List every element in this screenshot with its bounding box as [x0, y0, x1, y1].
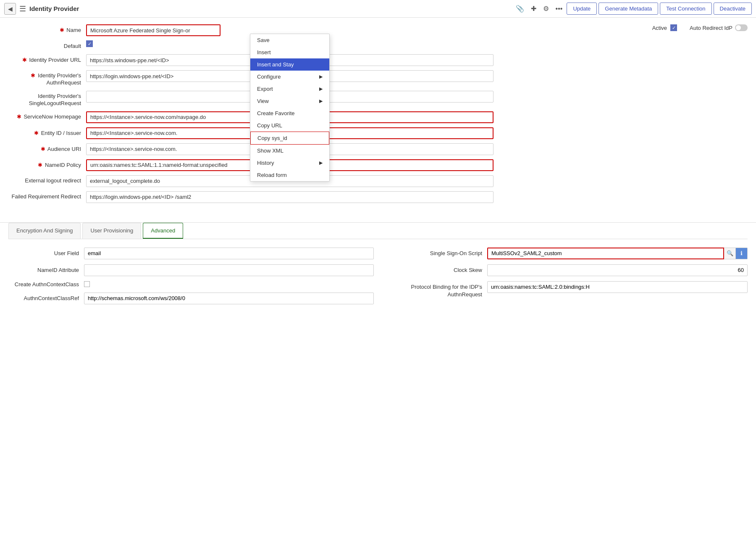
toolbar: ◀ ☰ Identity Provider 📎 ✚ ⚙ ••• Update G… — [0, 0, 756, 18]
sso-script-search-button[interactable]: 🔍 — [724, 248, 736, 259]
tab-encryption[interactable]: Encryption And Signing — [8, 223, 81, 239]
more-button[interactable]: ••• — [553, 3, 565, 14]
menu-reload-form[interactable]: Reload form — [250, 169, 329, 181]
auto-redirect-area: Auto Redirect IdP — [690, 24, 748, 31]
sso-script-label: Single Sign-On Script — [382, 248, 487, 257]
advanced-col-left: User Field NameID Attribute Create Authn… — [8, 248, 374, 309]
generate-metadata-button[interactable]: Generate Metadata — [598, 3, 658, 15]
menu-copy-url[interactable]: Copy URL — [250, 119, 329, 132]
failed-req-label: Failed Requirement Redirect — [8, 191, 86, 200]
plus-button[interactable]: ✚ — [528, 3, 539, 14]
menu-export[interactable]: Export ▶ — [250, 83, 329, 95]
menu-create-favorite[interactable]: Create Favorite — [250, 107, 329, 119]
active-area: Active ✓ — [652, 24, 681, 31]
history-arrow: ▶ — [319, 160, 323, 166]
auto-redirect-label: Auto Redirect IdP — [690, 25, 732, 31]
homepage-row: ✱ ServiceNow Homepage — [8, 111, 748, 123]
paperclip-icon: 📎 — [516, 5, 524, 12]
auto-redirect-toggle[interactable] — [735, 24, 748, 31]
audience-uri-row: ✱ Audience URI — [8, 143, 748, 155]
export-arrow: ▶ — [319, 86, 323, 92]
idp-authn-row: ✱ Identity Provider's AuthnRequest — [8, 70, 748, 87]
failed-req-input[interactable] — [86, 191, 494, 203]
nameid-attr-input[interactable] — [84, 264, 374, 276]
name-label: ✱ Name — [8, 24, 86, 34]
clock-skew-input[interactable] — [487, 264, 748, 276]
create-authn-checkbox[interactable] — [84, 281, 90, 287]
failed-req-row: Failed Requirement Redirect — [8, 191, 748, 203]
default-label: Default — [8, 40, 86, 50]
sso-script-input-group: 🔍 ℹ — [487, 248, 748, 259]
nameid-attr-label: NameID Attribute — [8, 267, 84, 273]
plus-icon: ✚ — [531, 5, 536, 12]
configure-arrow: ▶ — [319, 74, 323, 79]
authn-class-ref-label: AuthnContextClassRef — [8, 295, 84, 301]
idp-slo-row: Identity Provider's SingleLogoutRequest — [8, 91, 748, 107]
update-button[interactable]: Update — [567, 3, 597, 15]
nameid-policy-label: ✱ NameID Policy — [8, 159, 86, 169]
name-row: ✱ Name Active ✓ Auto Redirect IdP — [8, 24, 748, 36]
default-checkbox[interactable]: ✓ — [86, 40, 93, 47]
menu-save[interactable]: Save — [250, 34, 329, 46]
page-title: Identity Provider — [29, 5, 79, 12]
tab-advanced[interactable]: Advanced — [143, 223, 183, 239]
nameid-policy-row: ✱ NameID Policy — [8, 159, 748, 171]
protocol-binding-input[interactable] — [487, 281, 748, 293]
settings-icon: ⚙ — [543, 5, 549, 12]
toolbar-left: ◀ ☰ Identity Provider — [4, 3, 79, 15]
header-right: Active ✓ Auto Redirect IdP — [652, 24, 748, 31]
active-checkbox[interactable]: ✓ — [670, 24, 677, 31]
tabs-area: Encryption And Signing User Provisioning… — [0, 222, 756, 318]
settings-button[interactable]: ⚙ — [541, 3, 551, 14]
create-authn-label: Create AuthnContextClass — [8, 281, 84, 287]
tabs-row: Encryption And Signing User Provisioning… — [8, 223, 748, 239]
clock-skew-row: Clock Skew — [382, 264, 748, 276]
search-icon: 🔍 — [727, 250, 733, 256]
protocol-binding-label: Protocol Binding for the IDP's AuthnRequ… — [382, 281, 487, 298]
entity-id-row: ✱ Entity ID / Issuer — [8, 127, 748, 139]
two-col-layout: User Field NameID Attribute Create Authn… — [8, 248, 748, 309]
more-icon: ••• — [556, 5, 563, 12]
menu-insert[interactable]: Insert — [250, 46, 329, 58]
paperclip-button[interactable]: 📎 — [513, 3, 527, 14]
sso-script-row: Single Sign-On Script 🔍 ℹ — [382, 248, 748, 259]
idp-authn-label: ✱ Identity Provider's AuthnRequest — [8, 70, 86, 87]
idp-url-label: ✱ Identity Provider URL — [8, 54, 86, 64]
user-field-label: User Field — [8, 250, 84, 256]
back-icon: ◀ — [8, 5, 13, 12]
authn-class-ref-input[interactable] — [84, 293, 374, 304]
hamburger-icon: ☰ — [19, 5, 26, 13]
test-connection-button[interactable]: Test Connection — [660, 3, 711, 15]
menu-history[interactable]: History ▶ — [250, 157, 329, 169]
entity-id-label: ✱ Entity ID / Issuer — [8, 127, 86, 137]
audience-uri-label: ✱ Audience URI — [8, 143, 86, 153]
name-input[interactable] — [86, 24, 220, 36]
sso-script-info-button[interactable]: ℹ — [736, 248, 748, 259]
tab-user-provisioning[interactable]: User Provisioning — [82, 223, 141, 239]
menu-copy-sys-id[interactable]: Copy sys_id — [250, 132, 329, 145]
deactivate-button[interactable]: Deactivate — [714, 3, 752, 15]
idp-slo-label: Identity Provider's SingleLogoutRequest — [8, 91, 86, 107]
user-field-input[interactable] — [84, 248, 374, 259]
menu-show-xml[interactable]: Show XML — [250, 145, 329, 157]
clock-skew-label: Clock Skew — [382, 264, 487, 274]
toolbar-icons: 📎 ✚ ⚙ ••• Update Generate Metadata Test … — [513, 3, 752, 15]
protocol-binding-row: Protocol Binding for the IDP's AuthnRequ… — [382, 281, 748, 298]
default-row: Default ✓ — [8, 40, 748, 50]
view-arrow: ▶ — [319, 98, 323, 104]
menu-view[interactable]: View ▶ — [250, 95, 329, 107]
info-icon: ℹ — [740, 250, 743, 256]
authn-class-ref-row: AuthnContextClassRef — [8, 293, 374, 304]
user-field-row: User Field — [8, 248, 374, 259]
back-button[interactable]: ◀ — [4, 3, 16, 15]
menu-configure[interactable]: Configure ▶ — [250, 71, 329, 83]
hamburger-button[interactable]: ☰ — [19, 4, 26, 13]
sso-script-input[interactable] — [487, 248, 724, 259]
menu-insert-and-stay[interactable]: Insert and Stay — [250, 58, 329, 71]
create-authn-row: Create AuthnContextClass — [8, 281, 374, 287]
idp-url-row: ✱ Identity Provider URL — [8, 54, 748, 66]
active-label: Active — [652, 25, 667, 31]
tab-content-advanced: User Field NameID Attribute Create Authn… — [8, 239, 748, 318]
external-logout-label: External logout redirect — [8, 175, 86, 185]
advanced-col-right: Single Sign-On Script 🔍 ℹ Clock Skew — [382, 248, 748, 309]
